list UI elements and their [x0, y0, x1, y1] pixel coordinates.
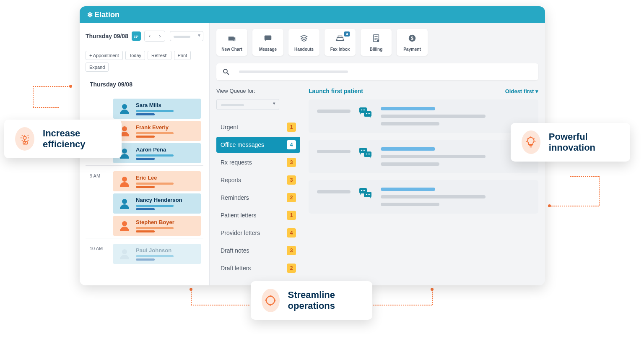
- spark-icon: ✻: [87, 11, 93, 19]
- feed-panel: Launch first patient Oldest first ▾: [309, 88, 538, 278]
- date-arrows: ‹ ›: [144, 31, 165, 42]
- message-preview: [381, 147, 530, 166]
- svg-point-37: [369, 194, 370, 195]
- message-preview: [381, 107, 530, 125]
- card-handouts[interactable]: Handouts: [288, 29, 319, 56]
- sort-select[interactable]: Oldest first ▾: [505, 88, 538, 94]
- sidebar-btn-expand[interactable]: Expand: [86, 63, 109, 72]
- message-preview: [381, 188, 530, 206]
- connector: [599, 176, 600, 206]
- queue-count-badge: 4: [287, 140, 296, 149]
- card-payment[interactable]: $Payment: [397, 29, 428, 56]
- svg-point-26: [364, 150, 365, 151]
- svg-point-9: [377, 39, 379, 41]
- appointment-item[interactable]: Stephen Boyer: [113, 216, 201, 236]
- chat-icon: [359, 188, 372, 199]
- chat-icon: [359, 107, 372, 119]
- queue-provider-select[interactable]: [216, 99, 279, 110]
- patient-name: Eric Lee: [136, 175, 174, 181]
- queue-label: Reminders: [221, 194, 249, 201]
- message-card[interactable]: [309, 140, 538, 173]
- queue-item-draft-notes[interactable]: Draft notes3: [216, 243, 300, 258]
- queue-item-rx-requests[interactable]: Rx requests3: [216, 154, 300, 170]
- appointment-item[interactable]: Sara Mills: [113, 99, 201, 119]
- fax-inbox-icon: [335, 34, 345, 44]
- time-label: 10 AM: [86, 238, 111, 266]
- sidebar-btn-today[interactable]: Today: [125, 51, 145, 60]
- queue-item-draft-letters[interactable]: Draft letters2: [216, 260, 300, 276]
- connector: [33, 86, 34, 107]
- card-new-chart[interactable]: New Chart: [216, 29, 247, 56]
- patient-name: Stephen Boyer: [136, 219, 174, 225]
- search-bar[interactable]: [216, 63, 538, 80]
- avatar-icon: [118, 102, 131, 115]
- queue-label: Draft notes: [221, 247, 249, 254]
- appt-detail-ph: [136, 255, 174, 261]
- queue-count-badge: 1: [287, 123, 296, 132]
- appointment-item[interactable]: Nancy Henderson: [113, 193, 201, 214]
- card-fax-inbox[interactable]: 4Fax Inbox: [325, 29, 356, 56]
- queue-item-office-messages[interactable]: Office messages4: [216, 137, 300, 153]
- queue-item-patient-letters[interactable]: Patient letters1: [216, 207, 300, 223]
- calendar-icon[interactable]: [132, 31, 141, 41]
- queue-item-reports[interactable]: Reports3: [216, 172, 300, 188]
- svg-point-35: [366, 194, 367, 195]
- svg-point-27: [366, 154, 367, 154]
- appointment-item[interactable]: Paul Johnson: [113, 244, 201, 264]
- connector-dot: [69, 85, 72, 88]
- chat-icon: [359, 147, 372, 159]
- time-label: 9 AM: [86, 166, 111, 238]
- launch-first-patient-link[interactable]: Launch first patient: [309, 88, 363, 94]
- svg-point-36: [368, 194, 369, 195]
- avatar-icon: [118, 175, 131, 188]
- sidebar-btn--appointment[interactable]: + Appointment: [86, 51, 123, 60]
- svg-point-19: [366, 113, 367, 114]
- lightbulb-icon: [522, 131, 540, 154]
- search-icon: [222, 68, 230, 76]
- avatar-icon: [118, 248, 131, 260]
- appointment-item[interactable]: Frank Everly: [113, 121, 201, 141]
- callout-text: Streamline operations: [288, 290, 361, 312]
- svg-rect-7: [337, 37, 343, 40]
- message-card[interactable]: [309, 99, 538, 133]
- connector-dot: [431, 288, 434, 291]
- patient-name: Aaron Pena: [136, 146, 174, 153]
- svg-rect-3: [134, 37, 135, 38]
- view-select[interactable]: [170, 31, 203, 41]
- sidebar-btn-refresh[interactable]: Refresh: [148, 51, 171, 60]
- queue-count-badge: 2: [287, 193, 296, 202]
- callout-efficiency: Increase efficiency: [4, 120, 122, 158]
- svg-line-13: [227, 73, 229, 75]
- queue-label: Reports: [221, 177, 241, 183]
- callout-text: Increase efficiency: [43, 128, 111, 150]
- svg-point-25: [363, 150, 364, 151]
- prev-day-button[interactable]: ‹: [145, 31, 155, 41]
- appt-detail-ph: [136, 205, 182, 210]
- connector: [33, 107, 59, 108]
- next-day-button[interactable]: ›: [155, 31, 165, 41]
- search-placeholder: [239, 70, 348, 73]
- app-frame: ✻ Elation Thursday 09/08 ‹ › + Appointme…: [80, 6, 545, 285]
- message-icon: [263, 34, 273, 44]
- action-cards: New ChartMessageHandouts4Fax InboxBillin…: [216, 29, 538, 56]
- card-message[interactable]: Message: [252, 29, 283, 56]
- queue-item-urgent[interactable]: Urgent1: [216, 119, 300, 135]
- callout-operations: Streamline operations: [251, 281, 372, 320]
- svg-point-38: [23, 136, 26, 140]
- sidebar-btn-print[interactable]: Print: [174, 51, 191, 60]
- connector: [570, 176, 599, 177]
- svg-point-21: [369, 113, 370, 114]
- new-chart-icon: [227, 34, 237, 44]
- cycle-icon: [262, 289, 280, 312]
- appointment-item[interactable]: Eric Lee: [113, 171, 201, 191]
- connector: [191, 290, 192, 305]
- connector-dot: [548, 204, 551, 207]
- avatar-icon: [118, 219, 131, 232]
- queue-label: Draft letters: [221, 265, 251, 272]
- queue-item-reminders[interactable]: Reminders2: [216, 190, 300, 206]
- queue-item-provider-letters[interactable]: Provider letters4: [216, 225, 300, 241]
- message-card[interactable]: [309, 180, 538, 214]
- card-billing[interactable]: Billing: [361, 29, 392, 56]
- patient-name: Frank Everly: [136, 124, 174, 131]
- appointment-item[interactable]: Aaron Pena: [113, 143, 201, 163]
